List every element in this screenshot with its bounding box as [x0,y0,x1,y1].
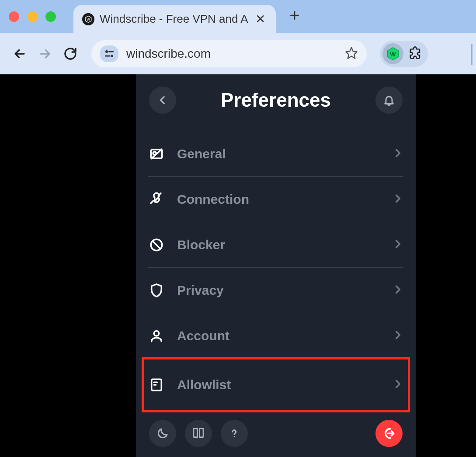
url-text: windscribe.com [126,47,337,61]
menu-item-blocker[interactable]: Blocker [148,222,403,268]
menu-item-label: Privacy [177,283,380,298]
back-button[interactable] [11,45,28,63]
notifications-bell-icon[interactable] [375,87,403,114]
chevron-right-icon [392,147,403,160]
menu-item-label: Account [177,328,380,343]
page-content: Preferences General Connection [0,74,476,457]
help-question-icon[interactable] [221,420,248,447]
menu-item-allowlist[interactable]: Allowlist [143,359,409,411]
browser-chrome: W Windscribe - Free VPN and A ✕ windscri… [0,0,476,74]
menu-item-general[interactable]: General [148,131,403,177]
svg-line-12 [153,241,160,248]
menu-item-account[interactable]: Account [148,313,403,359]
svg-point-2 [105,50,108,53]
chevron-right-icon [392,238,403,251]
maximize-window-button[interactable] [45,11,56,22]
logout-icon[interactable] [375,420,403,447]
svg-text:W: W [87,17,90,21]
new-tab-button[interactable] [289,8,300,24]
reload-button[interactable] [62,45,79,63]
browser-tab[interactable]: W Windscribe - Free VPN and A ✕ [73,5,276,33]
toolbar-separator [471,44,473,65]
theme-moon-icon[interactable] [149,420,176,447]
popup-footer [136,411,416,447]
browser-toolbar: windscribe.com W [0,33,476,74]
preferences-menu: General Connection Blocker [136,122,416,411]
window-controls [9,11,56,22]
windscribe-extension-icon[interactable]: W [382,43,403,64]
block-icon [148,237,165,252]
minimize-window-button[interactable] [27,11,38,22]
popup-header: Preferences [136,74,416,122]
docs-book-icon[interactable] [185,420,212,447]
svg-text:W: W [390,50,396,57]
svg-rect-3 [108,51,114,52]
no-image-icon [148,147,165,161]
plug-icon [148,192,165,207]
shield-icon [148,283,165,298]
svg-rect-5 [105,55,110,56]
chevron-right-icon [392,329,403,342]
site-settings-icon[interactable] [100,45,118,62]
close-window-button[interactable] [9,11,19,22]
tab-strip: W Windscribe - Free VPN and A ✕ [0,0,476,33]
user-icon [148,328,165,343]
extensions-puzzle-icon[interactable] [409,46,422,61]
menu-item-label: Connection [177,192,380,207]
chevron-right-icon [392,378,403,391]
extensions-area: W [380,41,428,67]
menu-item-label: Allowlist [177,377,380,392]
menu-item-label: General [177,147,380,161]
back-icon[interactable] [149,87,176,114]
list-icon [148,377,165,392]
tab-title: Windscribe - Free VPN and A [100,12,248,26]
menu-item-label: Blocker [177,237,380,252]
chevron-right-icon [392,284,403,297]
bookmark-star-icon[interactable] [345,46,358,61]
svg-point-4 [111,55,113,57]
svg-point-13 [154,331,159,336]
popup-title: Preferences [221,89,331,111]
forward-button[interactable] [36,45,54,63]
menu-item-connection[interactable]: Connection [148,177,403,222]
extension-popup: Preferences General Connection [136,74,416,457]
address-bar[interactable]: windscribe.com [91,40,367,67]
close-tab-icon[interactable]: ✕ [254,12,267,26]
tab-favicon-icon: W [82,13,94,25]
menu-item-privacy[interactable]: Privacy [148,268,403,313]
chevron-right-icon [392,193,403,206]
